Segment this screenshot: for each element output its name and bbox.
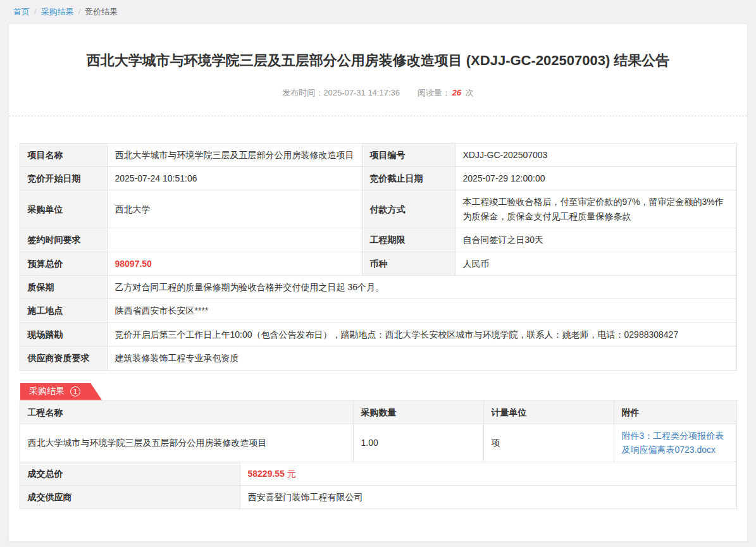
read-count-label: 阅读量： <box>418 88 450 97</box>
read-count-value: 26 <box>452 88 461 97</box>
budget-total-value: 98097.50 <box>107 252 362 275</box>
deal-price-label: 成交总价 <box>20 462 240 485</box>
result-unit: 项 <box>483 424 614 462</box>
col-header-project-name: 工程名称 <box>20 400 353 424</box>
bid-start-label: 竞价开始日期 <box>20 166 107 190</box>
table-row: 西北大学城市与环境学院三层及五层部分公用房装修改造项目 1.00 项 附件3：工… <box>20 424 736 462</box>
dashed-divider <box>9 116 747 116</box>
announcement-card: 西北大学城市与环境学院三层及五层部分公用房装修改造项目 (XDJJ-GC-202… <box>8 23 748 542</box>
construction-site-value: 陕西省西安市长安区**** <box>107 299 736 323</box>
bid-end-value: 2025-07-29 12:00:00 <box>455 166 736 190</box>
read-count-unit: 次 <box>466 88 474 97</box>
procurement-result-table: 工程名称 采购数量 计量单位 附件 西北大学城市与环境学院三层及五层部分公用房装… <box>20 400 737 462</box>
col-header-attachment: 附件 <box>614 400 736 424</box>
table-row: 现场踏勘 竞价开启后第三个工作日上午10:00（包含公告发布日），踏勘地点：西北… <box>20 323 736 346</box>
warranty-value: 乙方对合同工程的质量保修期为验收合格并交付使用之日起 36个月。 <box>107 275 736 298</box>
result-project-name: 西北大学城市与环境学院三层及五层部分公用房装修改造项目 <box>20 424 353 462</box>
table-row: 项目名称 西北大学城市与环境学院三层及五层部分公用房装修改造项目 项目编号 XD… <box>20 143 736 166</box>
currency-label: 币种 <box>362 252 455 275</box>
breadcrumb-current-page: 竞价结果 <box>85 7 118 16</box>
table-header-row: 工程名称 采购数量 计量单位 附件 <box>20 400 736 424</box>
table-row: 预算总价 98097.50 币种 人民币 <box>20 252 736 275</box>
project-code-value: XDJJ-GC-202507003 <box>455 143 736 166</box>
procurement-result-badge: 采购结果 1 <box>20 383 102 400</box>
col-header-quantity: 采购数量 <box>353 400 483 424</box>
project-duration-value: 自合同签订之日30天 <box>455 228 736 252</box>
table-row: 供应商资质要求 建筑装修装饰工程专业承包资质 <box>20 347 736 370</box>
supplier-qualification-label: 供应商资质要求 <box>20 347 107 370</box>
breadcrumb-separator: / <box>78 7 81 16</box>
deal-summary-table: 成交总价 58229.55 元 成交供应商 西安喜登门装饰工程有限公司 <box>20 462 737 510</box>
sign-time-label: 签约时间要求 <box>20 228 107 252</box>
publish-time: 发布时间：2025-07-31 14:17:36 <box>282 88 400 97</box>
table-row: 施工地点 陕西省西安市长安区**** <box>20 299 736 323</box>
bid-start-value: 2025-07-24 10:51:06 <box>107 166 362 190</box>
payment-method-value: 本工程竣工验收合格后，付至审定价款的97%，留审定金额的3%作为质保金，质保金支… <box>455 190 736 228</box>
breadcrumb-link-procurement-results[interactable]: 采购结果 <box>41 7 74 16</box>
publish-time-label: 发布时间： <box>282 88 323 97</box>
construction-site-label: 施工地点 <box>20 299 107 323</box>
winning-supplier-value: 西安喜登门装饰工程有限公司 <box>240 486 736 509</box>
table-row: 成交总价 58229.55 元 <box>20 462 736 485</box>
breadcrumb-separator: / <box>34 7 37 16</box>
sign-time-value <box>107 228 362 252</box>
payment-method-label: 付款方式 <box>362 190 455 228</box>
project-code-label: 项目编号 <box>362 143 455 166</box>
deal-price-unit: 元 <box>287 469 296 479</box>
badge-label: 采购结果 <box>29 386 65 397</box>
project-name-value: 西北大学城市与环境学院三层及五层部分公用房装修改造项目 <box>107 143 362 166</box>
project-duration-label: 工程期限 <box>362 228 455 252</box>
page-title: 西北大学城市与环境学院三层及五层部分公用房装修改造项目 (XDJJ-GC-202… <box>47 52 709 70</box>
currency-value: 人民币 <box>455 252 736 275</box>
badge-count: 1 <box>70 386 80 396</box>
table-row: 竞价开始日期 2025-07-24 10:51:06 竞价截止日期 2025-0… <box>20 166 736 190</box>
warranty-label: 质保期 <box>20 275 107 298</box>
attachment-link[interactable]: 附件3：工程类分项报价表及响应偏离表0723.docx <box>622 431 724 455</box>
budget-total-label: 预算总价 <box>20 252 107 275</box>
table-row: 成交供应商 西安喜登门装饰工程有限公司 <box>20 486 736 509</box>
announcement-meta: 发布时间：2025-07-31 14:17:36 阅读量：26 次 <box>9 87 747 99</box>
table-row: 采购单位 西北大学 付款方式 本工程竣工验收合格后，付至审定价款的97%，留审定… <box>20 190 736 228</box>
result-quantity: 1.00 <box>353 424 483 462</box>
col-header-unit: 计量单位 <box>483 400 614 424</box>
purchaser-value: 西北大学 <box>107 190 362 228</box>
project-info-table: 项目名称 西北大学城市与环境学院三层及五层部分公用房装修改造项目 项目编号 XD… <box>20 143 737 371</box>
breadcrumb-link-home[interactable]: 首页 <box>13 7 30 16</box>
bid-end-label: 竞价截止日期 <box>362 166 455 190</box>
publish-time-value: 2025-07-31 14:17:36 <box>323 88 400 97</box>
table-row: 质保期 乙方对合同工程的质量保修期为验收合格并交付使用之日起 36个月。 <box>20 275 736 298</box>
site-survey-value: 竞价开启后第三个工作日上午10:00（包含公告发布日），踏勘地点：西北大学长安校… <box>107 323 736 346</box>
breadcrumb: 首页/采购结果/竞价结果 <box>0 0 756 18</box>
project-name-label: 项目名称 <box>20 143 107 166</box>
winning-supplier-label: 成交供应商 <box>20 486 240 509</box>
site-survey-label: 现场踏勘 <box>20 323 107 346</box>
purchaser-label: 采购单位 <box>20 190 107 228</box>
read-count: 阅读量：26 次 <box>418 88 474 97</box>
deal-price-value: 58229.55 <box>248 469 285 479</box>
table-row: 签约时间要求 工程期限 自合同签订之日30天 <box>20 228 736 252</box>
supplier-qualification-value: 建筑装修装饰工程专业承包资质 <box>107 347 736 370</box>
